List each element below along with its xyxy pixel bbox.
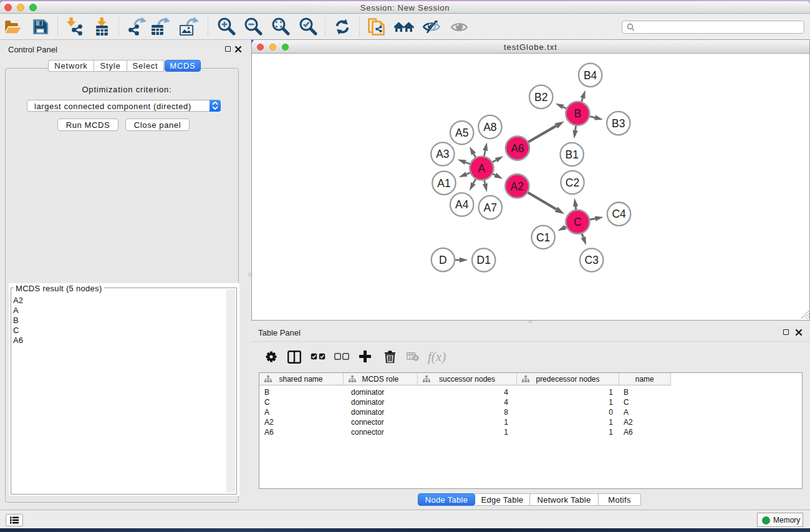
svg-text:C1: C1 bbox=[536, 231, 550, 244]
svg-text:B3: B3 bbox=[612, 117, 625, 130]
svg-text:A7: A7 bbox=[484, 201, 497, 214]
svg-text:C2: C2 bbox=[566, 177, 579, 189]
svg-text:A5: A5 bbox=[455, 127, 468, 139]
svg-text:A1: A1 bbox=[437, 177, 450, 190]
svg-text:A4: A4 bbox=[455, 198, 469, 211]
svg-text:C: C bbox=[574, 216, 582, 228]
svg-text:D: D bbox=[439, 254, 447, 266]
svg-text:B1: B1 bbox=[565, 148, 578, 161]
svg-text:A3: A3 bbox=[436, 148, 449, 160]
svg-text:B: B bbox=[574, 107, 582, 120]
svg-text:A8: A8 bbox=[483, 121, 496, 133]
svg-text:B4: B4 bbox=[584, 69, 597, 82]
svg-text:C4: C4 bbox=[612, 208, 626, 220]
svg-text:C3: C3 bbox=[585, 254, 599, 266]
svg-text:B2: B2 bbox=[534, 91, 547, 104]
svg-text:A2: A2 bbox=[511, 180, 524, 193]
svg-text:D1: D1 bbox=[477, 254, 491, 266]
svg-text:A6: A6 bbox=[511, 142, 524, 155]
svg-text:A: A bbox=[478, 162, 486, 175]
